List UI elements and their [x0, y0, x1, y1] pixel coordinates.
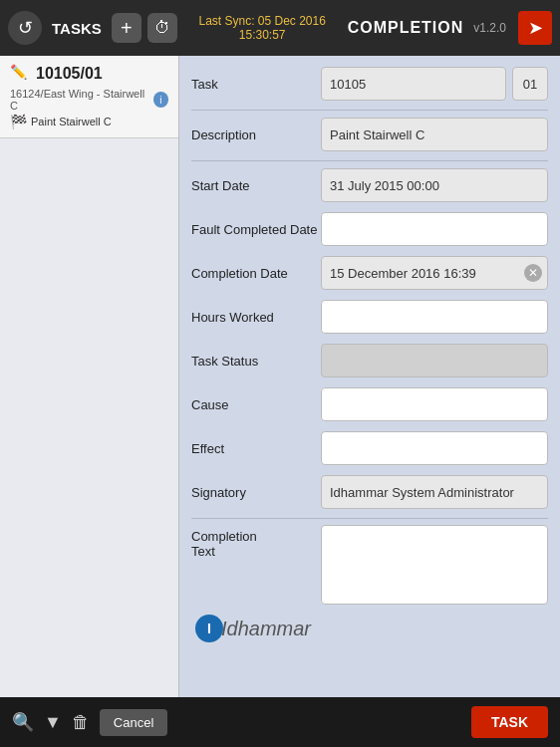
task-number: 10105/01 [36, 65, 103, 83]
start-date-row: Start Date [191, 167, 548, 203]
filter-icon[interactable]: ▼ [44, 712, 62, 733]
refresh-icon[interactable]: ↺ [8, 11, 42, 45]
description-input[interactable] [321, 118, 548, 151]
effect-input[interactable] [321, 431, 548, 465]
task-status-label: Task Status [191, 354, 321, 369]
top-bar: ↺ TASKS + ⏱ Last Sync: 05 Dec 2016 15:30… [0, 0, 560, 56]
start-date-input[interactable] [321, 168, 548, 202]
completion-text-row: CompletionText [191, 525, 548, 605]
tasks-label: TASKS [52, 20, 102, 37]
version-label: v1.2.0 [473, 21, 506, 35]
signatory-input[interactable] [321, 475, 548, 509]
task-desc-text: Paint Stairwell C [31, 116, 112, 127]
effect-row: Effect [191, 430, 548, 466]
signatory-row: Signatory [191, 474, 548, 510]
task-status-row: Task Status [191, 343, 548, 378]
signatory-label: Signatory [191, 485, 321, 500]
cause-label: Cause [191, 397, 321, 412]
add-task-button[interactable]: + [112, 13, 141, 43]
flag-icon: 🏁 [10, 114, 27, 129]
sync-status: Last Sync: 05 Dec 2016 15:30:57 [183, 14, 342, 42]
start-date-label: Start Date [191, 178, 321, 193]
clock-button[interactable]: ⏱ [147, 13, 177, 43]
hours-worked-row: Hours Worked [191, 299, 548, 335]
task-number-input[interactable] [321, 67, 506, 101]
sidebar: ✏️ 10105/01 16124/East Wing - Stairwell … [0, 56, 179, 697]
logo-text: Idhammar [221, 618, 311, 640]
completion-text-label: CompletionText [191, 525, 321, 559]
task-field-label: Task [191, 77, 321, 92]
completion-date-label: Completion Date [191, 266, 321, 281]
cause-input[interactable] [321, 387, 548, 421]
fault-completed-row: Fault Completed Date [191, 211, 548, 247]
task-button[interactable]: TASK [471, 706, 548, 738]
description-row: Description [191, 117, 548, 152]
clear-completion-date-button[interactable]: ✕ [524, 264, 542, 282]
logo-icon: I [195, 615, 223, 642]
bottom-bar: 🔍 ▼ 🗑 Cancel TASK [0, 697, 560, 747]
exit-button[interactable]: ➤ [518, 11, 552, 45]
fault-completed-input[interactable] [321, 212, 548, 246]
task-location-text: 16124/East Wing - Stairwell C [10, 88, 149, 112]
completion-date-row: Completion Date ✕ [191, 255, 548, 291]
task-sub-input[interactable] [512, 67, 548, 101]
description-label: Description [191, 127, 321, 142]
completion-date-input[interactable] [321, 256, 548, 290]
fault-completed-label: Fault Completed Date [191, 222, 321, 237]
task-pencil-icon: ✏️ [10, 64, 30, 84]
logo-area: I Idhammar [191, 615, 548, 642]
info-icon[interactable]: i [153, 92, 168, 108]
effect-label: Effect [191, 441, 321, 456]
page-title: COMPLETION [348, 19, 464, 37]
cancel-button[interactable]: Cancel [100, 709, 167, 736]
completion-text-input[interactable] [321, 525, 548, 605]
task-row: Task [191, 66, 548, 102]
task-status-input[interactable] [321, 344, 548, 377]
main-form: Task Description Start Date Fault Comple… [179, 56, 560, 697]
cause-row: Cause [191, 386, 548, 422]
search-icon[interactable]: 🔍 [12, 711, 34, 733]
hours-worked-label: Hours Worked [191, 310, 321, 325]
trash-icon[interactable]: 🗑 [72, 712, 90, 733]
task-list-item[interactable]: ✏️ 10105/01 16124/East Wing - Stairwell … [0, 56, 178, 138]
hours-worked-input[interactable] [321, 300, 548, 334]
